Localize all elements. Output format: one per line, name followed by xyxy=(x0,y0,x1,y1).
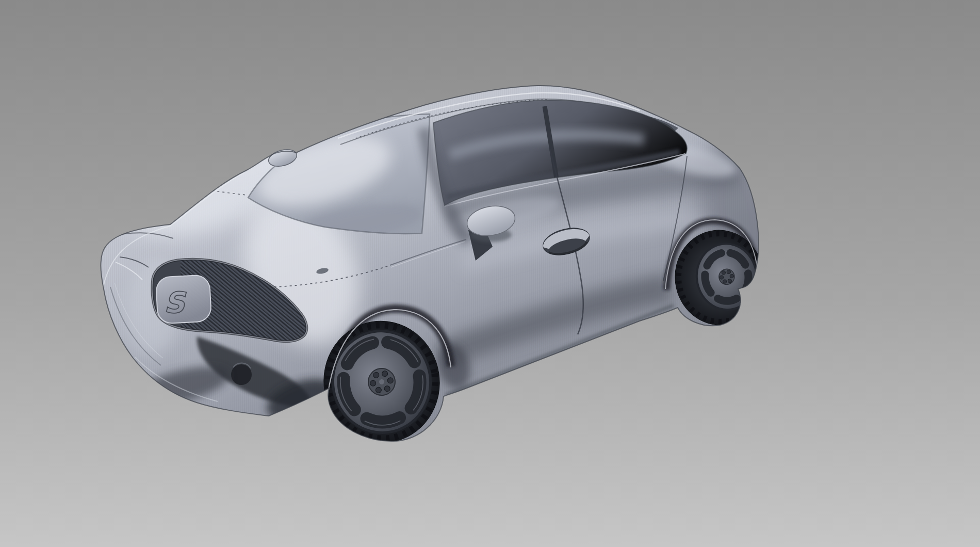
car-body: S xyxy=(77,62,799,464)
fog-lamp xyxy=(231,364,252,385)
seat-badge-letter: S xyxy=(164,286,187,319)
render-viewport[interactable]: S xyxy=(0,0,980,547)
car-3d-render: S xyxy=(0,0,980,547)
